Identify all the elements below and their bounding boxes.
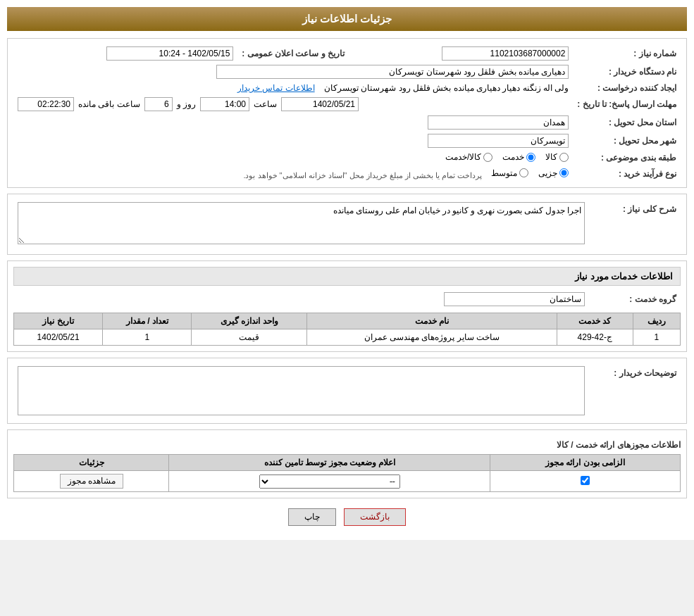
radio-kala-khadamat[interactable]: کالا/خدمت bbox=[445, 152, 492, 162]
license-status-cell: -- bbox=[169, 471, 490, 492]
process-label: نوع فرآیند خرید : bbox=[573, 166, 681, 182]
bottom-buttons: بازگشت چاپ bbox=[7, 508, 687, 526]
license-section: اطلاعات مجوزهای ارائه خدمت / کالا الزامی… bbox=[7, 429, 687, 498]
back-button[interactable]: بازگشت bbox=[344, 508, 406, 526]
province-value bbox=[13, 113, 573, 132]
creator-text: ولی اله زنگنه دهیار دهیاری میانده بخش فل… bbox=[324, 83, 569, 93]
page-header: جزئیات اطلاعات نیاز bbox=[7, 7, 687, 31]
category-label: طبقه بندی موضوعی : bbox=[573, 150, 681, 166]
need-number-input[interactable] bbox=[442, 46, 569, 61]
service-name: ساخت سایر پروژه‌های مهندسی عمران bbox=[307, 329, 557, 346]
date-input[interactable] bbox=[106, 46, 233, 61]
license-table-header: الزامی بودن ارائه مجوز اعلام وضعیت مجوز … bbox=[14, 455, 681, 471]
radio-kala-khadamat-input[interactable] bbox=[483, 153, 492, 162]
radio-motavaset-input[interactable] bbox=[519, 168, 528, 177]
radio-jozii-label: جزیی bbox=[538, 168, 557, 178]
view-license-button[interactable]: مشاهده مجوز bbox=[60, 474, 123, 489]
radio-kala-label: کالا bbox=[545, 152, 557, 162]
radio-jozii-input[interactable] bbox=[559, 168, 569, 177]
radio-jozii[interactable]: جزیی bbox=[538, 168, 569, 178]
deadline-date-input[interactable] bbox=[281, 97, 359, 111]
service-unit: قیمت bbox=[192, 329, 307, 346]
main-info-table: شماره نیاز : تاریخ و ساعت اعلان عمومی : … bbox=[13, 44, 681, 182]
service-group-label: گروه خدمت : bbox=[589, 290, 681, 308]
license-section-title: اطلاعات مجوزهای ارائه خدمت / کالا bbox=[13, 440, 681, 450]
city-input[interactable] bbox=[428, 134, 569, 148]
radio-khadamat[interactable]: خدمت bbox=[502, 152, 535, 162]
col-qty: تعداد / مقدار bbox=[103, 313, 192, 329]
license-status-select[interactable]: -- bbox=[259, 474, 400, 489]
need-number-label: شماره نیاز : bbox=[573, 44, 681, 63]
radio-motavaset-label: متوسط bbox=[491, 168, 517, 178]
date-value bbox=[13, 44, 237, 63]
col-name: نام خدمت bbox=[307, 313, 557, 329]
page-title: جزئیات اطلاعات نیاز bbox=[302, 13, 392, 25]
services-section-title: اطلاعات خدمات مورد نیاز bbox=[13, 267, 681, 286]
info-row-province: استان محل تحویل : bbox=[13, 113, 681, 132]
buyer-notes-value bbox=[13, 364, 589, 417]
table-row: 1 ج-42-429 ساخت سایر پروژه‌های مهندسی عم… bbox=[14, 329, 681, 346]
col-code: کد خدمت bbox=[557, 313, 633, 329]
col-details: جزئیات bbox=[14, 455, 169, 471]
deadline-days-input[interactable] bbox=[144, 97, 173, 111]
radio-kala[interactable]: کالا bbox=[545, 152, 569, 162]
deadline-row: ساعت روز و ساعت باقی مانده bbox=[13, 95, 573, 113]
service-group-input[interactable] bbox=[444, 292, 585, 306]
info-row-deadline: مهلت ارسال پاسخ: تا تاریخ : ساعت روز و س… bbox=[13, 95, 681, 113]
radio-khadamat-label: خدمت bbox=[502, 152, 524, 162]
org-input[interactable] bbox=[216, 65, 569, 79]
creator-value: ولی اله زنگنه دهیار دهیاری میانده بخش فل… bbox=[13, 81, 573, 95]
info-row-number: شماره نیاز : تاریخ و ساعت اعلان عمومی : bbox=[13, 44, 681, 63]
service-group-row: گروه خدمت : bbox=[13, 290, 681, 308]
license-table: الزامی بودن ارائه مجوز اعلام وضعیت مجوز … bbox=[13, 454, 681, 492]
need-number-value bbox=[349, 44, 573, 63]
info-row-creator: ایجاد کننده درخواست : ولی اله زنگنه دهیا… bbox=[13, 81, 681, 95]
main-info-section: شماره نیاز : تاریخ و ساعت اعلان عمومی : … bbox=[7, 38, 687, 188]
province-label: استان محل تحویل : bbox=[573, 113, 681, 132]
service-code: ج-42-429 bbox=[557, 329, 633, 346]
category-radios: کالا خدمت کالا/خدمت bbox=[13, 150, 573, 166]
process-note: پرداخت تمام یا بخشی از مبلغ خریداز محل "… bbox=[243, 170, 482, 179]
contact-link[interactable]: اطلاعات تماس خریدار bbox=[237, 83, 315, 93]
info-row-process: نوع فرآیند خرید : جزیی متوسط پرداخت bbox=[13, 166, 681, 182]
province-input[interactable] bbox=[428, 115, 569, 130]
service-group-table: گروه خدمت : bbox=[13, 290, 681, 308]
license-required-cell bbox=[490, 471, 681, 492]
license-details-cell: مشاهده مجوز bbox=[14, 471, 169, 492]
deadline-time-label: ساعت bbox=[254, 99, 277, 109]
description-value: اجرا جدول کشی بصورت نهری و کانیو در خیاب… bbox=[13, 200, 589, 249]
info-row-category: طبقه بندی موضوعی : کالا خدمت bbox=[13, 150, 681, 166]
org-value bbox=[13, 63, 573, 81]
services-section: اطلاعات خدمات مورد نیاز گروه خدمت : ردیف… bbox=[7, 260, 687, 352]
description-textarea[interactable]: اجرا جدول کشی بصورت نهری و کانیو در خیاب… bbox=[18, 202, 585, 244]
service-qty: 1 bbox=[103, 329, 192, 346]
deadline-day-label: روز و bbox=[177, 99, 196, 109]
buyer-notes-row: توضیحات خریدار : bbox=[13, 364, 681, 417]
deadline-remaining-input[interactable] bbox=[18, 97, 74, 111]
col-required: الزامی بودن ارائه مجوز bbox=[490, 455, 681, 471]
date-label: تاریخ و ساعت اعلان عمومی : bbox=[237, 44, 349, 63]
deadline-time-input[interactable] bbox=[200, 97, 249, 111]
services-table-header: ردیف کد خدمت نام خدمت واحد اندازه گیری ت… bbox=[14, 313, 681, 329]
services-table: ردیف کد خدمت نام خدمت واحد اندازه گیری ت… bbox=[13, 313, 681, 346]
col-status: اعلام وضعیت مجوز توسط تامین کننده bbox=[169, 455, 490, 471]
buyer-notes-label: توضیحات خریدار : bbox=[589, 364, 681, 417]
info-row-city: شهر محل تحویل : bbox=[13, 132, 681, 150]
city-value bbox=[13, 132, 573, 150]
buyer-notes-display bbox=[18, 366, 585, 415]
print-button[interactable]: چاپ bbox=[288, 508, 336, 526]
radio-kala-input[interactable] bbox=[559, 153, 569, 162]
deadline-label: مهلت ارسال پاسخ: تا تاریخ : bbox=[573, 95, 681, 113]
buyer-notes-section: توضیحات خریدار : bbox=[7, 358, 687, 424]
deadline-remaining-label: ساعت باقی مانده bbox=[78, 99, 140, 109]
license-required-checkbox[interactable] bbox=[581, 476, 590, 485]
radio-motavaset[interactable]: متوسط bbox=[491, 168, 528, 178]
radio-khadamat-input[interactable] bbox=[526, 153, 535, 162]
col-unit: واحد اندازه گیری bbox=[192, 313, 307, 329]
description-section: شرح کلی نیاز : اجرا جدول کشی بصورت نهری … bbox=[7, 194, 687, 255]
col-row: ردیف bbox=[633, 313, 680, 329]
page-wrapper: جزئیات اطلاعات نیاز شماره نیاز : تاریخ و… bbox=[0, 0, 694, 540]
creator-label: ایجاد کننده درخواست : bbox=[573, 81, 681, 95]
city-label: شهر محل تحویل : bbox=[573, 132, 681, 150]
description-table: شرح کلی نیاز : اجرا جدول کشی بصورت نهری … bbox=[13, 200, 681, 249]
